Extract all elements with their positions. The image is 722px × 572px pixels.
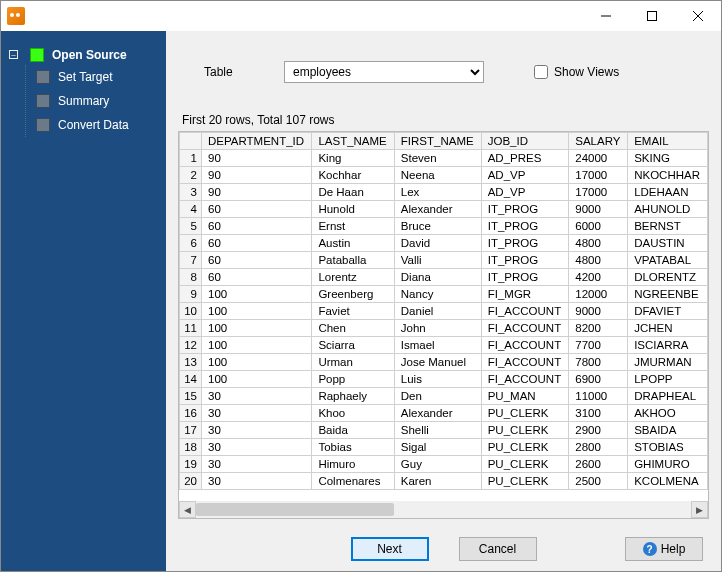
cell[interactable]: Pataballa xyxy=(312,252,394,269)
cell[interactable]: PU_CLERK xyxy=(481,456,569,473)
cell[interactable]: KCOLMENA xyxy=(628,473,708,490)
close-button[interactable] xyxy=(675,1,721,31)
rownum-cell[interactable]: 18 xyxy=(180,439,202,456)
rownum-header[interactable] xyxy=(180,133,202,150)
cell[interactable]: Colmenares xyxy=(312,473,394,490)
rownum-cell[interactable]: 6 xyxy=(180,235,202,252)
sidebar-item-open-source[interactable]: – Open Source xyxy=(7,45,160,65)
cell[interactable]: Luis xyxy=(394,371,481,388)
cell[interactable]: SKING xyxy=(628,150,708,167)
cell[interactable]: 60 xyxy=(202,218,312,235)
scroll-left-icon[interactable]: ◀ xyxy=(179,501,196,518)
cell[interactable]: Tobias xyxy=(312,439,394,456)
rownum-cell[interactable]: 15 xyxy=(180,388,202,405)
table-row[interactable]: 11100ChenJohnFI_ACCOUNT8200JCHEN xyxy=(180,320,708,337)
table-row[interactable]: 860LorentzDianaIT_PROG4200DLORENTZ xyxy=(180,269,708,286)
cell[interactable]: 90 xyxy=(202,167,312,184)
column-header[interactable]: EMAIL xyxy=(628,133,708,150)
cell[interactable]: Baida xyxy=(312,422,394,439)
cell[interactable]: Karen xyxy=(394,473,481,490)
tree-collapse-icon[interactable]: – xyxy=(9,50,18,59)
cell[interactable]: DRAPHEAL xyxy=(628,388,708,405)
cell[interactable]: 24000 xyxy=(569,150,628,167)
cell[interactable]: King xyxy=(312,150,394,167)
cell[interactable]: IT_PROG xyxy=(481,218,569,235)
rownum-cell[interactable]: 20 xyxy=(180,473,202,490)
scroll-track[interactable] xyxy=(196,501,691,518)
cell[interactable]: 100 xyxy=(202,286,312,303)
column-header[interactable]: FIRST_NAME xyxy=(394,133,481,150)
cell[interactable]: 9000 xyxy=(569,303,628,320)
cell[interactable]: Ernst xyxy=(312,218,394,235)
cell[interactable]: AHUNOLD xyxy=(628,201,708,218)
rownum-cell[interactable]: 2 xyxy=(180,167,202,184)
cell[interactable]: Bruce xyxy=(394,218,481,235)
scroll-right-icon[interactable]: ▶ xyxy=(691,501,708,518)
rownum-cell[interactable]: 8 xyxy=(180,269,202,286)
cell[interactable]: DFAVIET xyxy=(628,303,708,320)
cell[interactable]: STOBIAS xyxy=(628,439,708,456)
cell[interactable]: 2800 xyxy=(569,439,628,456)
column-header[interactable]: DEPARTMENT_ID xyxy=(202,133,312,150)
table-row[interactable]: 390De HaanLexAD_VP17000LDEHAAN xyxy=(180,184,708,201)
table-select[interactable]: employees xyxy=(284,61,484,83)
cell[interactable]: PU_CLERK xyxy=(481,422,569,439)
table-row[interactable]: 1730BaidaShelliPU_CLERK2900SBAIDA xyxy=(180,422,708,439)
cell[interactable]: FI_ACCOUNT xyxy=(481,371,569,388)
cell[interactable]: 90 xyxy=(202,150,312,167)
cell[interactable]: FI_ACCOUNT xyxy=(481,337,569,354)
rownum-cell[interactable]: 16 xyxy=(180,405,202,422)
cell[interactable]: Sigal xyxy=(394,439,481,456)
table-row[interactable]: 14100PoppLuisFI_ACCOUNT6900LPOPP xyxy=(180,371,708,388)
table-row[interactable]: 13100UrmanJose ManuelFI_ACCOUNT7800JMURM… xyxy=(180,354,708,371)
cell[interactable]: AD_VP xyxy=(481,184,569,201)
cell[interactable]: LDEHAAN xyxy=(628,184,708,201)
table-row[interactable]: 1630KhooAlexanderPU_CLERK3100AKHOO xyxy=(180,405,708,422)
cell[interactable]: PU_MAN xyxy=(481,388,569,405)
cell[interactable]: Himuro xyxy=(312,456,394,473)
cell[interactable]: Neena xyxy=(394,167,481,184)
cell[interactable]: 17000 xyxy=(569,167,628,184)
rownum-cell[interactable]: 10 xyxy=(180,303,202,320)
rownum-cell[interactable]: 12 xyxy=(180,337,202,354)
table-row[interactable]: 460HunoldAlexanderIT_PROG9000AHUNOLD xyxy=(180,201,708,218)
cell[interactable]: Hunold xyxy=(312,201,394,218)
table-row[interactable]: 190KingStevenAD_PRES24000SKING xyxy=(180,150,708,167)
cell[interactable]: NGREENBE xyxy=(628,286,708,303)
cell[interactable]: Lex xyxy=(394,184,481,201)
cell[interactable]: Kochhar xyxy=(312,167,394,184)
cell[interactable]: FI_ACCOUNT xyxy=(481,320,569,337)
cell[interactable]: Faviet xyxy=(312,303,394,320)
cell[interactable]: 8200 xyxy=(569,320,628,337)
cell[interactable]: GHIMURO xyxy=(628,456,708,473)
table-row[interactable]: 2030ColmenaresKarenPU_CLERK2500KCOLMENA xyxy=(180,473,708,490)
cell[interactable]: 30 xyxy=(202,456,312,473)
table-row[interactable]: 12100SciarraIsmaelFI_ACCOUNT7700ISCIARRA xyxy=(180,337,708,354)
grid-scroll-area[interactable]: DEPARTMENT_IDLAST_NAMEFIRST_NAMEJOB_IDSA… xyxy=(179,132,708,501)
cell[interactable]: 100 xyxy=(202,337,312,354)
table-row[interactable]: 10100FavietDanielFI_ACCOUNT9000DFAVIET xyxy=(180,303,708,320)
cell[interactable]: IT_PROG xyxy=(481,269,569,286)
cell[interactable]: Lorentz xyxy=(312,269,394,286)
cell[interactable]: PU_CLERK xyxy=(481,405,569,422)
cell[interactable]: 11000 xyxy=(569,388,628,405)
cell[interactable]: JCHEN xyxy=(628,320,708,337)
cell[interactable]: 2600 xyxy=(569,456,628,473)
show-views-input[interactable] xyxy=(534,65,548,79)
sidebar-item-set-target[interactable]: Set Target xyxy=(34,67,160,87)
cell[interactable]: Daniel xyxy=(394,303,481,320)
cell[interactable]: 30 xyxy=(202,439,312,456)
table-row[interactable]: 760PataballaValliIT_PROG4800VPATABAL xyxy=(180,252,708,269)
cell[interactable]: 7800 xyxy=(569,354,628,371)
cell[interactable]: NKOCHHAR xyxy=(628,167,708,184)
cell[interactable]: IT_PROG xyxy=(481,252,569,269)
cell[interactable]: Popp xyxy=(312,371,394,388)
cell[interactable]: Khoo xyxy=(312,405,394,422)
cell[interactable]: De Haan xyxy=(312,184,394,201)
cell[interactable]: Guy xyxy=(394,456,481,473)
sidebar-item-convert-data[interactable]: Convert Data xyxy=(34,115,160,135)
cell[interactable]: 6900 xyxy=(569,371,628,388)
rownum-cell[interactable]: 3 xyxy=(180,184,202,201)
rownum-cell[interactable]: 9 xyxy=(180,286,202,303)
scroll-thumb[interactable] xyxy=(196,503,394,516)
